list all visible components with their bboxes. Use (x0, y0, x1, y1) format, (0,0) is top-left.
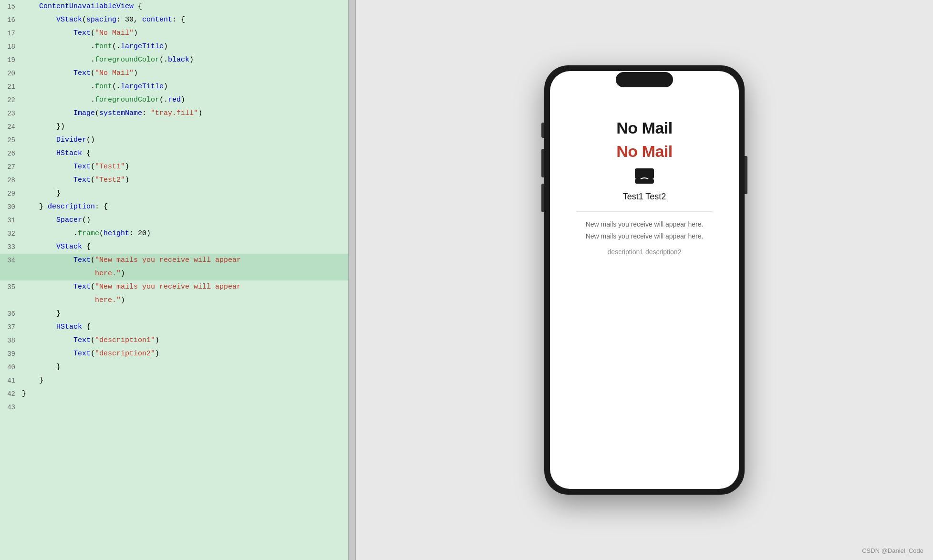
test-row: Test1 Test2 (623, 192, 666, 202)
preview-panel: No Mail No Mail Test1 Test2 New mails yo… (356, 0, 933, 560)
code-line-38: 38 Text("description1") (0, 334, 348, 347)
line-content: Text("description1") (20, 334, 348, 347)
code-line-16: 16 VStack(spacing: 30, content: { (0, 13, 348, 27)
line-number: 22 (0, 94, 20, 106)
svg-rect-1 (635, 179, 654, 184)
line-content: Text("New mails you receive will appear (20, 254, 348, 267)
description-text-2: New mails you receive will appear here. (586, 231, 704, 241)
line-content: .font(.largeTitle) (20, 81, 348, 93)
code-line-26: 26 HStack { (0, 147, 348, 160)
code-line-36: 36 } (0, 307, 348, 321)
tray-fill-icon (634, 167, 655, 190)
line-number: 36 (0, 308, 20, 320)
line-content: } (20, 361, 348, 373)
line-content: } (20, 388, 348, 400)
line-number: 34 (0, 254, 20, 267)
line-number: 17 (0, 27, 20, 40)
phone-screen: No Mail No Mail Test1 Test2 New mails yo… (550, 71, 739, 489)
line-number: 18 (0, 41, 20, 53)
code-line-35b: here.") (0, 294, 348, 307)
line-content: VStack(spacing: 30, content: { (20, 14, 348, 26)
phone-button-vol-up (541, 149, 544, 177)
code-line-35: 35 Text("New mails you receive will appe… (0, 280, 348, 294)
line-content: Text("No Mail") (20, 67, 348, 80)
phone-button-vol-down (541, 184, 544, 212)
phone-button-mute (541, 123, 544, 138)
no-mail-title-red: No Mail (616, 142, 672, 161)
code-line-42: 42 } (0, 387, 348, 401)
line-number: 16 (0, 14, 20, 26)
phone-content: No Mail No Mail Test1 Test2 New mails yo… (550, 109, 739, 265)
code-line-15: 15 ContentUnavailableView { (0, 0, 348, 13)
code-line-20: 20 Text("No Mail") (0, 67, 348, 80)
code-line-19: 19 .foregroundColor(.black) (0, 53, 348, 67)
code-panel: 15 ContentUnavailableView { 16 VStack(sp… (0, 0, 348, 560)
line-number: 15 (0, 0, 20, 13)
line-number: 42 (0, 388, 20, 400)
code-line-21: 21 .font(.largeTitle) (0, 80, 348, 93)
line-content: } (20, 187, 348, 200)
line-content: .foregroundColor(.black) (20, 54, 348, 66)
line-content: .font(.largeTitle) (20, 41, 348, 53)
scrollbar[interactable] (348, 0, 356, 560)
phone-frame: No Mail No Mail Test1 Test2 New mails yo… (544, 65, 745, 495)
line-number: 29 (0, 187, 20, 200)
line-content: HStack { (20, 147, 348, 160)
line-content: here.") (20, 294, 348, 307)
line-content: Text("Test2") (20, 174, 348, 187)
code-line-34: 34 Text("New mails you receive will appe… (0, 254, 348, 267)
line-content: here.") (20, 268, 348, 280)
line-content: Text("New mails you receive will appear (20, 281, 348, 293)
line-number: 32 (0, 228, 20, 240)
line-content: HStack { (20, 321, 348, 333)
code-line-31: 31 Spacer() (0, 214, 348, 227)
line-number: 30 (0, 201, 20, 213)
code-line-27: 27 Text("Test1") (0, 160, 348, 174)
line-number: 28 (0, 174, 20, 187)
line-content: } description: { (20, 201, 348, 213)
code-line-29: 29 } (0, 187, 348, 200)
line-number: 43 (0, 401, 20, 414)
line-number: 23 (0, 107, 20, 120)
line-content: .frame(height: 20) (20, 228, 348, 240)
line-content: } (20, 374, 348, 387)
code-line-39: 39 Text("description2") (0, 347, 348, 361)
code-line-32: 32 .frame(height: 20) (0, 227, 348, 240)
line-number: 20 (0, 67, 20, 80)
line-number: 19 (0, 54, 20, 66)
code-line-41: 41 } (0, 374, 348, 387)
no-mail-title-black: No Mail (616, 119, 672, 137)
code-line-17: 17 Text("No Mail") (0, 27, 348, 40)
desc-row: description1 description2 (608, 248, 682, 256)
code-line-25: 25 Divider() (0, 134, 348, 147)
watermark: CSDN @Daniel_Code (862, 547, 923, 554)
line-number: 35 (0, 281, 20, 293)
line-number: 41 (0, 374, 20, 387)
dynamic-island (616, 72, 673, 87)
line-number: 37 (0, 321, 20, 333)
line-content: VStack { (20, 241, 348, 253)
divider (577, 211, 713, 212)
code-line-23: 23 Image(systemName: "tray.fill") (0, 107, 348, 120)
code-line-40: 40 } (0, 361, 348, 374)
line-content: }) (20, 121, 348, 133)
line-number: 27 (0, 161, 20, 173)
line-number: 26 (0, 147, 20, 160)
line-number: 40 (0, 361, 20, 373)
phone-button-power (745, 156, 747, 194)
svg-rect-0 (635, 168, 654, 179)
line-content: Text("Test1") (20, 161, 348, 173)
line-number: 24 (0, 121, 20, 133)
code-line-34b: here.") (0, 267, 348, 280)
code-line-30: 30 } description: { (0, 200, 348, 214)
line-content: Text("No Mail") (20, 27, 348, 40)
code-line-43: 43 (0, 401, 348, 414)
code-lines: 15 ContentUnavailableView { 16 VStack(sp… (0, 0, 348, 560)
line-number: 39 (0, 348, 20, 360)
line-content: .foregroundColor(.red) (20, 94, 348, 106)
code-line-33: 33 VStack { (0, 240, 348, 254)
code-line-18: 18 .font(.largeTitle) (0, 40, 348, 53)
code-line-37: 37 HStack { (0, 321, 348, 334)
line-content: } (20, 308, 348, 320)
line-content: ContentUnavailableView { (20, 0, 348, 13)
